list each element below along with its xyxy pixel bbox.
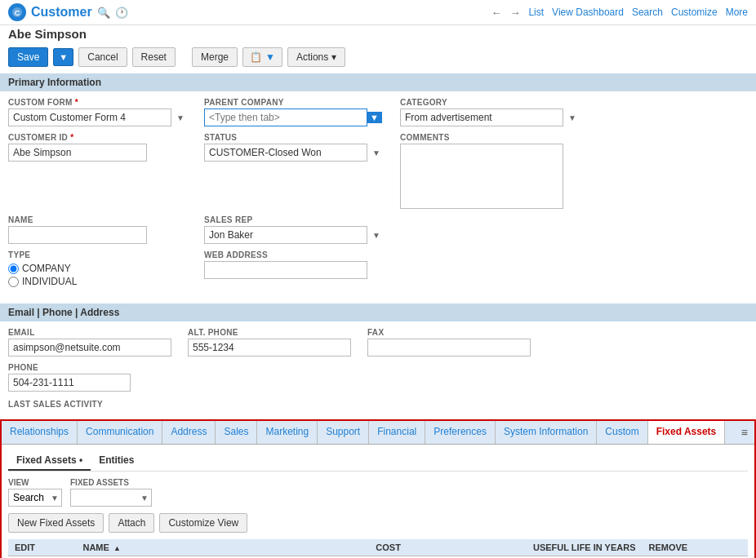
customer-id-group: CUSTOMER ID * [8, 133, 188, 209]
cancel-button[interactable]: Cancel [78, 47, 127, 67]
alt-phone-label: ALT. PHONE [188, 328, 351, 337]
actions-button[interactable]: Actions ▾ [287, 47, 345, 67]
attach-button[interactable]: Attach [109, 513, 154, 533]
email-group: EMAIL [8, 328, 171, 356]
sales-rep-select[interactable]: Jon Baker [204, 226, 367, 244]
status-select-wrap: CUSTOMER-Closed Won ▼ [204, 144, 384, 162]
nav-view-dashboard[interactable]: View Dashboard [552, 7, 624, 18]
primary-form: CUSTOM FORM * Custom Customer Form 4 ▼ P… [0, 91, 756, 300]
custom-form-select-wrap: Custom Customer Form 4 ▼ [8, 108, 188, 126]
col-cost: COST [292, 539, 407, 556]
comments-textarea[interactable] [400, 144, 563, 209]
parent-company-input[interactable] [204, 108, 367, 126]
col-remove: REMOVE [643, 539, 748, 556]
sales-rep-group: SALES REP Jon Baker ▼ [204, 215, 384, 244]
collapse-tabs-button[interactable]: ≡ [735, 421, 754, 444]
web-address-input[interactable] [204, 261, 367, 279]
view-select-wrap: Search ▼ [8, 489, 62, 507]
tabs-container: Relationships Communication Address Sale… [0, 419, 756, 558]
email-input[interactable] [8, 339, 171, 356]
phone-input[interactable] [8, 374, 131, 392]
nav-back[interactable]: ← [491, 7, 501, 19]
nav-more[interactable]: More [726, 7, 748, 18]
tab-communication[interactable]: Communication [78, 421, 162, 444]
col-useful-life: USEFUL LIFE IN YEARS [407, 539, 643, 556]
parent-company-dropdown-icon[interactable]: ▼ [367, 112, 382, 123]
radio-individual[interactable]: INDIVIDUAL [8, 276, 188, 287]
email-label: EMAIL [8, 328, 171, 337]
customer-id-label: CUSTOMER ID * [8, 133, 188, 142]
sub-tab-fixed-assets[interactable]: Fixed Assets • [8, 451, 91, 471]
fixed-assets-filter-group: FIXED ASSETS ▼ [70, 478, 152, 507]
new-fixed-assets-button[interactable]: New Fixed Assets [8, 513, 104, 533]
toolbar: Save ▼ Cancel Reset Merge 📋 ▼ Actions ▾ [0, 44, 756, 70]
last-sales-label: LAST SALES ACTIVITY [8, 400, 103, 409]
filter-row: VIEW Search ▼ FIXED ASSETS ▼ [8, 478, 748, 507]
sales-rep-arrow-icon: ▼ [372, 231, 380, 240]
radio-company-input[interactable] [8, 264, 19, 274]
svg-text:C: C [15, 9, 20, 17]
copy-button[interactable]: 📋 ▼ [242, 47, 282, 67]
header-left: C Customer 🔍 🕐 [8, 3, 128, 21]
tab-support[interactable]: Support [318, 421, 369, 444]
custom-form-group: CUSTOM FORM * Custom Customer Form 4 ▼ [8, 98, 188, 126]
tab-marketing[interactable]: Marketing [257, 421, 318, 444]
reset-button[interactable]: Reset [132, 47, 176, 67]
customize-view-button[interactable]: Customize View [159, 513, 247, 533]
tab-fixed-assets[interactable]: Fixed Assets [648, 421, 726, 444]
nav-search[interactable]: Search [632, 7, 663, 18]
email-form: EMAIL ALT. PHONE FAX PHONE LAST SALES AC… [0, 321, 756, 413]
view-select[interactable]: Search [8, 489, 62, 507]
tab-relationships[interactable]: Relationships [2, 421, 78, 444]
tab-sales[interactable]: Sales [216, 421, 257, 444]
nav-customize[interactable]: Customize [671, 7, 718, 18]
status-select[interactable]: CUSTOMER-Closed Won [204, 144, 367, 162]
history-icon[interactable]: 🕐 [115, 7, 128, 19]
phone-group: PHONE [8, 363, 131, 392]
merge-button[interactable]: Merge [192, 47, 238, 67]
alt-phone-group: ALT. PHONE [188, 328, 351, 356]
type-group: TYPE COMPANY INDIVIDUAL [8, 250, 188, 287]
web-address-group: WEB ADDRESS [204, 250, 384, 287]
custom-form-label: CUSTOM FORM * [8, 98, 188, 107]
page-title: Customer [31, 5, 92, 20]
parent-company-label: PARENT COMPANY [204, 98, 384, 107]
category-arrow-icon: ▼ [568, 113, 576, 122]
category-label: CATEGORY [400, 98, 580, 107]
custom-form-select[interactable]: Custom Customer Form 4 [8, 108, 171, 126]
action-buttons-row: New Fixed Assets Attach Customize View [8, 513, 748, 533]
nav-forward[interactable]: → [509, 7, 520, 19]
email-row-2: PHONE [8, 363, 748, 392]
radio-company[interactable]: COMPANY [8, 263, 188, 274]
tab-preferences[interactable]: Preferences [425, 421, 496, 444]
sub-tab-entities[interactable]: Entities [91, 451, 142, 471]
status-group: STATUS CUSTOMER-Closed Won ▼ [204, 133, 384, 209]
search-icon[interactable]: 🔍 [97, 7, 110, 19]
col-edit: EDIT [8, 539, 76, 556]
name-input[interactable] [8, 226, 147, 244]
nav-list[interactable]: List [528, 7, 544, 18]
category-select[interactable]: From advertisement [400, 108, 563, 126]
email-section-header: Email | Phone | Address [0, 303, 756, 321]
save-button[interactable]: Save [8, 47, 48, 67]
category-select-wrap: From advertisement ▼ [400, 108, 580, 126]
tab-custom[interactable]: Custom [597, 421, 647, 444]
save-dropdown-button[interactable]: ▼ [53, 48, 73, 66]
fixed-assets-filter-select[interactable] [70, 489, 152, 507]
radio-group: COMPANY INDIVIDUAL [8, 263, 188, 287]
sales-rep-select-wrap: Jon Baker ▼ [204, 226, 384, 244]
col-name[interactable]: NAME ▲ [76, 539, 291, 556]
tab-content-fixed-assets: Fixed Assets • Entities VIEW Search ▼ FI… [2, 445, 754, 558]
header-nav: ← → List View Dashboard Search Customize… [491, 7, 748, 19]
customer-id-input[interactable] [8, 144, 147, 162]
alt-phone-input[interactable] [188, 339, 351, 356]
radio-individual-input[interactable] [8, 277, 19, 287]
table-header-row: EDIT NAME ▲ COST USEFUL LIFE IN YEARS RE… [8, 539, 748, 556]
fax-input[interactable] [367, 339, 531, 356]
tab-system-information[interactable]: System Information [496, 421, 597, 444]
tab-address[interactable]: Address [162, 421, 216, 444]
fixed-assets-filter-label: FIXED ASSETS [70, 478, 152, 487]
primary-section-header: Primary Information [0, 73, 756, 91]
tab-financial[interactable]: Financial [369, 421, 425, 444]
name-label: NAME [8, 215, 188, 224]
